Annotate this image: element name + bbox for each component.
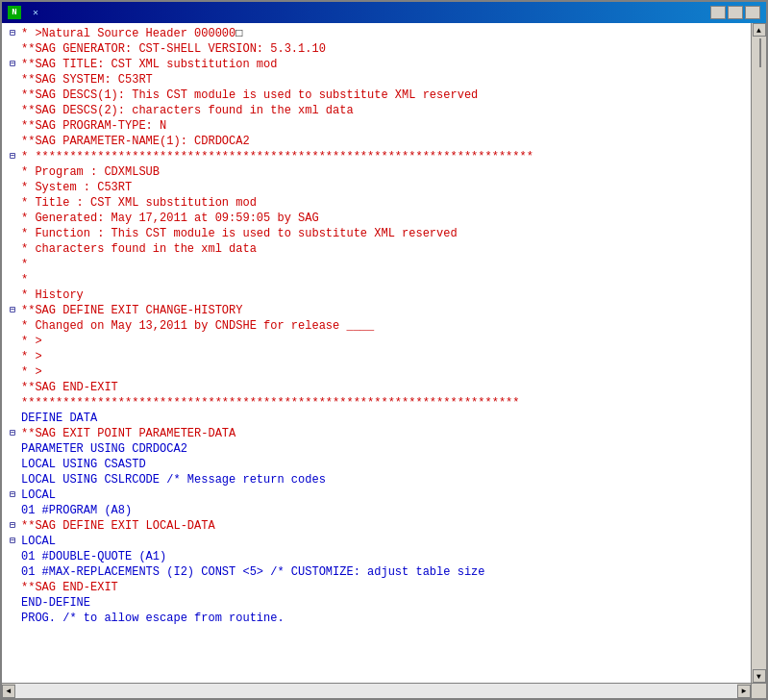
- table-row: * >: [10, 335, 743, 350]
- table-row: ⊟**SAG EXIT POINT PARAMETER-DATA: [10, 427, 743, 442]
- vertical-scrollbar[interactable]: ▲ ▼: [751, 23, 766, 683]
- line-text: **SAG DESCS(1): This CST module is used …: [21, 88, 478, 102]
- code-text: * characters found in the xml data: [21, 242, 257, 256]
- table-row: PARAMETER USING CDRDOCA2: [10, 442, 743, 458]
- code-text: **SAG PARAMETER-NAME(1): CDRDOCA2: [21, 135, 250, 148]
- collapse-button[interactable]: ⊟: [10, 535, 19, 546]
- collapse-button[interactable]: ⊟: [10, 519, 19, 531]
- line-text: ****************************************…: [21, 396, 519, 410]
- line-text: PARAMETER USING CDRDOCA2: [21, 442, 187, 456]
- collapse-button[interactable]: ⊟: [10, 150, 19, 162]
- collapse-button[interactable]: ⊟: [10, 58, 19, 69]
- code-text: **SAG END-EXIT: [21, 581, 118, 594]
- code-text: LOCAL USING CSLRCODE /* Message return c…: [21, 473, 326, 487]
- line-text: 01 #MAX-REPLACEMENTS (I2) CONST <5> /* C…: [21, 565, 484, 579]
- window-controls: [710, 6, 760, 19]
- line-text: * Changed on May 13,2011 by CNDSHE for r…: [21, 319, 374, 333]
- line-text: * Function : This CST module is used to …: [21, 227, 458, 240]
- line-text: * characters found in the xml data: [21, 242, 257, 256]
- table-row: * System : C53RT: [10, 181, 743, 196]
- line-text: DEFINE DATA: [21, 412, 97, 425]
- code-text: PROG. /* to allow escape from routine.: [21, 612, 285, 625]
- code-text: ****************************************…: [21, 396, 519, 410]
- code-text: 01 #MAX-REPLACEMENTS (I2) CONST <5> /* C…: [21, 565, 484, 579]
- line-text: *: [21, 273, 28, 287]
- horizontal-scrollbar[interactable]: ◄ ►: [2, 683, 751, 698]
- table-row: END-DEFINE: [10, 596, 743, 612]
- code-text: * Generated: May 17,2011 at 09:59:05 by …: [21, 212, 319, 225]
- collapse-button[interactable]: ⊟: [10, 488, 19, 500]
- code-text: * >: [21, 365, 42, 379]
- collapse-button[interactable]: ⊟: [10, 27, 19, 38]
- line-text: **SAG EXIT POINT PARAMETER-DATA: [21, 427, 235, 440]
- code-text: **SAG END-EXIT: [21, 381, 118, 394]
- line-text: *: [21, 258, 28, 271]
- line-text: * >: [21, 365, 42, 379]
- table-row: **SAG DESCS(1): This CST module is used …: [10, 88, 743, 104]
- table-row: * >: [10, 365, 743, 381]
- line-text: **SAG SYSTEM: C53RT: [21, 73, 153, 87]
- table-row: * Function : This CST module is used to …: [10, 227, 743, 242]
- code-text: * **************************************…: [21, 150, 533, 163]
- table-row: ⊟**SAG DEFINE EXIT CHANGE-HISTORY: [10, 304, 743, 319]
- code-text: * Changed on May 13,2011 by CNDSHE for r…: [21, 319, 374, 333]
- line-text: LOCAL: [21, 488, 56, 502]
- code-text: * History: [21, 288, 84, 302]
- line-text: **SAG GENERATOR: CST-SHELL VERSION: 5.3.…: [21, 42, 326, 56]
- table-row: DEFINE DATA: [10, 412, 743, 427]
- table-row: **SAG SYSTEM: C53RT: [10, 73, 743, 88]
- collapse-button[interactable]: ⊟: [10, 427, 19, 438]
- scroll-thumb-v[interactable]: [759, 38, 761, 67]
- table-row: LOCAL USING CSASTD: [10, 458, 743, 473]
- code-text: **SAG DEFINE EXIT CHANGE-HISTORY: [21, 304, 242, 317]
- line-text: **SAG END-EXIT: [21, 581, 118, 594]
- line-text: END-DEFINE: [21, 596, 90, 610]
- code-text: **SAG DEFINE EXIT LOCAL-DATA: [21, 519, 215, 533]
- table-row: **SAG END-EXIT: [10, 381, 743, 396]
- table-row: * Title : CST XML substitution mod: [10, 196, 743, 212]
- table-row: PROG. /* to allow escape from routine.: [10, 612, 743, 627]
- code-text: □: [235, 27, 242, 40]
- code-editor[interactable]: ⊟* >Natural Source Header 000000□**SAG G…: [2, 23, 751, 683]
- table-row: *: [10, 258, 743, 273]
- line-text: **SAG DEFINE EXIT CHANGE-HISTORY: [21, 304, 242, 317]
- code-text: PARAMETER USING CDRDOCA2: [21, 442, 187, 456]
- line-text: PROG. /* to allow escape from routine.: [21, 612, 285, 625]
- line-text: 01 #PROGRAM (A8): [21, 504, 132, 517]
- main-window: N ✕ ⊟* >Natural Source Header 000000□**S…: [0, 0, 768, 700]
- code-text: 01 #DOUBLE-QUOTE (A1): [21, 550, 166, 563]
- app-icon: N: [8, 6, 21, 19]
- collapse-button[interactable]: ⊟: [10, 304, 19, 315]
- code-text: DEFINE DATA: [21, 412, 97, 425]
- line-text: * Title : CST XML substitution mod: [21, 196, 257, 210]
- code-text: LOCAL: [21, 488, 56, 502]
- close-button[interactable]: [745, 6, 760, 19]
- line-text: **SAG TITLE: CST XML substitution mod: [21, 58, 277, 71]
- code-text: **SAG GENERATOR: CST-SHELL VERSION: 5.3.…: [21, 42, 326, 56]
- code-text: *: [21, 273, 28, 287]
- line-text: LOCAL USING CSLRCODE /* Message return c…: [21, 473, 326, 487]
- code-text: * Function : This CST module is used to …: [21, 227, 458, 240]
- scrollbar-corner: [751, 683, 766, 698]
- scroll-right-arrow[interactable]: ►: [737, 685, 751, 698]
- line-text: LOCAL USING CSASTD: [21, 458, 146, 471]
- scroll-track-h[interactable]: [15, 684, 737, 698]
- table-row: 01 #DOUBLE-QUOTE (A1): [10, 550, 743, 565]
- scroll-down-arrow[interactable]: ▼: [753, 669, 766, 683]
- code-text: END-DEFINE: [21, 596, 90, 610]
- line-text: **SAG PROGRAM-TYPE: N: [21, 119, 166, 133]
- scroll-up-arrow[interactable]: ▲: [753, 23, 766, 37]
- maximize-button[interactable]: [728, 6, 743, 19]
- table-row: * Changed on May 13,2011 by CNDSHE for r…: [10, 319, 743, 335]
- table-row: * Program : CDXMLSUB: [10, 165, 743, 181]
- line-text: * Generated: May 17,2011 at 09:59:05 by …: [21, 212, 319, 225]
- line-text: * History: [21, 288, 84, 302]
- scroll-left-arrow[interactable]: ◄: [2, 685, 15, 698]
- table-row: ⊟ LOCAL: [10, 535, 743, 550]
- close-tab-icon[interactable]: ✕: [33, 7, 38, 18]
- minimize-button[interactable]: [710, 6, 726, 19]
- table-row: 01 #MAX-REPLACEMENTS (I2) CONST <5> /* C…: [10, 565, 743, 581]
- line-text: * Program : CDXMLSUB: [21, 165, 160, 179]
- table-row: * characters found in the xml data: [10, 242, 743, 258]
- code-text: * >: [21, 335, 42, 348]
